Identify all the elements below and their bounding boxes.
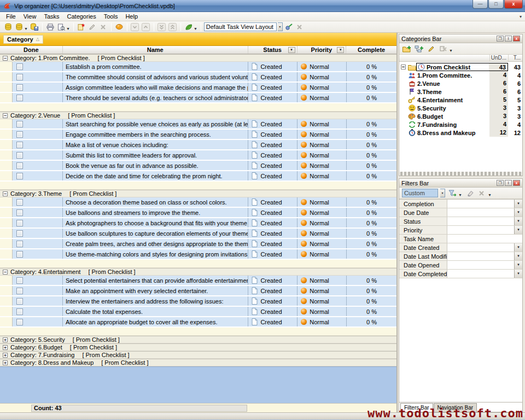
tree-category-row[interactable]: 1.Prom Committee.44 xyxy=(399,71,522,79)
filter-dropdown-icon[interactable]: ▼ xyxy=(514,243,522,252)
tree-category-row[interactable]: 5.Security33 xyxy=(399,104,522,112)
view-layouts-icon[interactable] xyxy=(184,22,194,32)
categories-toolbar-caret-icon[interactable]: ▼ xyxy=(449,49,453,52)
task-checkbox[interactable] xyxy=(16,84,23,91)
task-row[interactable]: Calculate the total expenses.CreatedNorm… xyxy=(0,307,396,317)
clear-filter-icon[interactable] xyxy=(465,188,475,198)
task-row[interactable]: Ask photographers to choose a background… xyxy=(0,218,396,229)
task-row[interactable]: Create palm trees, arches and other desi… xyxy=(0,239,396,249)
open-database-icon[interactable] xyxy=(14,22,24,32)
new-database-icon[interactable] xyxy=(3,22,13,32)
filter-dropdown-icon[interactable]: ▼ xyxy=(514,217,522,225)
move-down-icon[interactable] xyxy=(130,22,140,32)
filters-restore-icon[interactable]: ❐ xyxy=(497,180,504,186)
task-row[interactable]: Interview the entertainers and address t… xyxy=(0,296,396,307)
filter-dropdown-icon[interactable]: ▼ xyxy=(514,261,522,269)
task-row[interactable]: There should be several adults (e.g. tea… xyxy=(0,93,396,103)
column-total[interactable]: T... xyxy=(508,55,522,61)
task-checkbox[interactable] xyxy=(16,298,23,305)
task-row[interactable]: Use balloons and streamers to improve th… xyxy=(0,208,396,218)
task-row[interactable]: Establish a prom committee.CreatedNormal… xyxy=(0,62,396,72)
filter-value-field[interactable] xyxy=(447,243,514,252)
task-row[interactable]: Assign committee leaders who will make d… xyxy=(0,83,396,93)
tree-category-row[interactable]: 3.Theme66 xyxy=(399,88,522,96)
filter-value-field[interactable] xyxy=(447,226,514,234)
category-group-header[interactable]: +Category: 5.Security[ Prom Checklist ] xyxy=(0,336,396,343)
category-group-header[interactable]: +Category: 7.Fundraising[ Prom Checklist… xyxy=(0,351,396,359)
move-to-bottom-icon[interactable] xyxy=(157,22,167,32)
task-row[interactable]: Engage committee members in the searchin… xyxy=(0,130,396,140)
edit-category-icon[interactable] xyxy=(426,44,436,54)
edit-layout-icon[interactable] xyxy=(284,22,294,32)
task-row[interactable]: Decide on the date and time for celebrat… xyxy=(0,171,396,182)
layout-combo[interactable]: Default Task View Layout xyxy=(204,22,277,31)
print-preview-icon[interactable] xyxy=(56,22,66,32)
category-group-header[interactable]: −Category: 3.Theme[ Prom Checklist ] xyxy=(0,190,396,197)
filter-dropdown-icon[interactable]: ▼ xyxy=(514,252,522,260)
close-button[interactable]: x xyxy=(504,0,523,9)
category-group-header[interactable]: −Category: 2.Venue[ Prom Checklist ] xyxy=(0,112,396,119)
group-field-category-button[interactable]: Category △ xyxy=(3,35,43,44)
task-checkbox[interactable] xyxy=(16,142,23,148)
save-database-icon[interactable] xyxy=(30,22,39,32)
filters-toolbar-caret-icon[interactable]: ▼ xyxy=(488,193,492,197)
expand-group-icon[interactable]: + xyxy=(3,353,8,358)
task-checkbox[interactable] xyxy=(16,63,23,70)
edit-task-icon[interactable] xyxy=(88,22,97,32)
delete-task-icon[interactable] xyxy=(98,22,108,32)
task-checkbox[interactable] xyxy=(16,173,23,179)
task-checkbox[interactable] xyxy=(16,209,23,216)
task-checkbox[interactable] xyxy=(16,241,23,247)
tree-category-row[interactable]: 6.Budget33 xyxy=(399,112,522,120)
task-row[interactable]: Make a list of venue choices including:C… xyxy=(0,140,396,150)
filter-preset-combo[interactable]: Custom xyxy=(402,189,438,197)
filter-dropdown-icon[interactable]: ▼ xyxy=(514,200,522,208)
category-group-header[interactable]: +Category: 6.Budget[ Prom Checklist ] xyxy=(0,343,396,351)
filter-value-field[interactable] xyxy=(447,235,522,243)
maximize-button[interactable]: □ xyxy=(488,0,504,9)
open-database-caret-icon[interactable]: ▼ xyxy=(24,27,28,31)
task-checkbox[interactable] xyxy=(16,95,23,101)
category-group-header[interactable]: −Category: 1.Prom Committee.[ Prom Check… xyxy=(0,54,396,62)
categories-pin-icon[interactable]: Ⅰ xyxy=(505,36,512,42)
collapse-group-icon[interactable]: − xyxy=(3,113,8,118)
filters-close-icon[interactable]: x xyxy=(513,180,520,186)
column-header-done[interactable]: Done xyxy=(0,46,63,54)
expand-group-icon[interactable]: + xyxy=(3,360,8,365)
task-row[interactable]: Select potential entertainers that can p… xyxy=(0,276,396,286)
collapse-group-icon[interactable]: − xyxy=(3,191,8,196)
categories-restore-icon[interactable]: ❐ xyxy=(497,36,504,42)
delete-layout-icon[interactable] xyxy=(295,22,305,32)
status-filter-dropdown-icon[interactable]: ▼ xyxy=(288,47,295,53)
highlight-tasks-icon[interactable] xyxy=(114,22,124,32)
filter-value-field[interactable] xyxy=(447,208,514,217)
task-row[interactable]: Start searching for possible venue choic… xyxy=(0,119,396,130)
minimize-button[interactable]: — xyxy=(472,0,488,9)
task-checkbox[interactable] xyxy=(16,74,23,80)
category-group-header[interactable]: −Category: 4.Entertainment[ Prom Checkli… xyxy=(0,268,396,276)
load-filter-icon[interactable] xyxy=(447,188,457,198)
tree-category-row[interactable]: 8.Dress and Makeup1212 xyxy=(399,129,522,137)
new-subcategory-icon[interactable] xyxy=(414,44,424,54)
new-category-icon[interactable] xyxy=(402,44,412,54)
task-checkbox[interactable] xyxy=(16,121,23,127)
category-group-header[interactable]: +Category: 8.Dress and Makeup[ Prom Chec… xyxy=(0,359,396,366)
task-checkbox[interactable] xyxy=(16,162,23,169)
menu-file[interactable]: File xyxy=(2,13,20,20)
tree-category-row[interactable]: 7.Fundraising44 xyxy=(399,120,522,129)
menu-view[interactable]: View xyxy=(20,13,40,20)
task-checkbox[interactable] xyxy=(16,277,23,284)
task-checkbox[interactable] xyxy=(16,288,23,294)
collapse-group-icon[interactable]: − xyxy=(3,270,8,275)
task-row[interactable]: Make an appointment with every selected … xyxy=(0,286,396,296)
task-checkbox[interactable] xyxy=(16,251,23,258)
column-header-name[interactable]: Name xyxy=(63,46,248,54)
task-checkbox[interactable] xyxy=(16,308,23,315)
print-preview-caret-icon[interactable]: ▼ xyxy=(66,27,70,31)
task-row[interactable]: Use balloon sculptures to capture decora… xyxy=(0,229,396,239)
filter-value-field[interactable] xyxy=(447,252,514,260)
column-header-complete[interactable]: Complete xyxy=(346,46,396,54)
collapse-group-icon[interactable]: − xyxy=(3,56,8,61)
task-checkbox[interactable] xyxy=(16,152,23,159)
filter-value-field[interactable] xyxy=(447,261,514,269)
